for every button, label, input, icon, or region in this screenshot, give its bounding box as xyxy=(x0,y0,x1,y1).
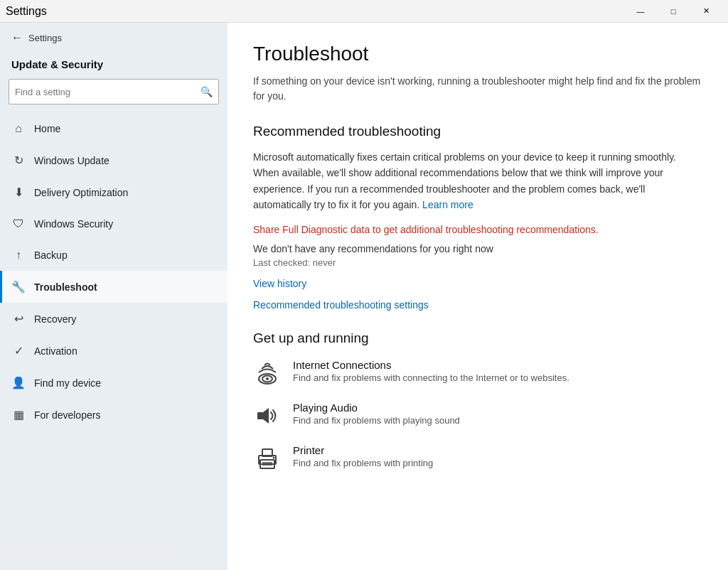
sidebar-item-label: Windows Update xyxy=(34,155,109,166)
last-checked-text: Last checked: never xyxy=(253,257,702,268)
sidebar-item-windows-update[interactable]: ↻ Windows Update xyxy=(0,144,228,176)
page-subtitle: If something on your device isn't workin… xyxy=(253,74,702,104)
internet-connections-name: Internet Connections xyxy=(293,359,569,371)
share-data-section: Share Full Diagnostic data to get additi… xyxy=(253,223,702,236)
playing-audio-desc: Find and fix problems with playing sound xyxy=(293,415,460,426)
sidebar-item-label: Windows Security xyxy=(34,218,113,230)
sidebar-item-label: Delivery Optimization xyxy=(34,187,128,198)
sidebar-item-home[interactable]: ⌂ Home xyxy=(0,113,228,144)
titlebar-title: Settings xyxy=(6,5,47,18)
playing-audio-info: Playing Audio Find and fix problems with… xyxy=(293,402,460,426)
sidebar-item-label: Recovery xyxy=(34,313,76,325)
sidebar-item-label: Find my device xyxy=(34,377,101,389)
sidebar-item-label: For developers xyxy=(34,409,100,421)
sidebar-item-troubleshoot[interactable]: 🔧 Troubleshoot xyxy=(0,271,228,303)
no-recommendations-text: We don't have any recommendations for yo… xyxy=(253,243,702,254)
printer-desc: Find and fix problems with printing xyxy=(293,458,433,468)
troubleshooter-item-audio[interactable]: Playing Audio Find and fix problems with… xyxy=(253,402,702,430)
find-device-icon: 👤 xyxy=(11,376,26,389)
internet-connections-info: Internet Connections Find and fix proble… xyxy=(293,359,569,383)
svg-rect-3 xyxy=(257,412,263,419)
sidebar-item-windows-security[interactable]: 🛡 Windows Security xyxy=(0,208,228,240)
sidebar: ← Settings Update & Security 🔍 ⌂ Home ↻ … xyxy=(0,23,228,570)
share-data-link[interactable]: Share Full Diagnostic data to get additi… xyxy=(253,224,599,235)
sidebar-item-find-my-device[interactable]: 👤 Find my device xyxy=(0,367,228,399)
search-icon: 🔍 xyxy=(200,86,213,97)
playing-audio-icon xyxy=(253,402,282,430)
sidebar-item-label: Backup xyxy=(34,249,68,261)
troubleshooter-item-internet[interactable]: Internet Connections Find and fix proble… xyxy=(253,359,702,387)
main-content: Troubleshoot If something on your device… xyxy=(228,23,728,570)
developers-icon: ▦ xyxy=(11,408,26,421)
app-container: ← Settings Update & Security 🔍 ⌂ Home ↻ … xyxy=(0,23,728,570)
sidebar-item-label: Activation xyxy=(34,345,77,357)
sidebar-item-label: Home xyxy=(34,123,60,134)
titlebar: Settings — □ ✕ xyxy=(0,0,728,23)
sidebar-item-backup[interactable]: ↑ Backup xyxy=(0,240,228,271)
svg-point-10 xyxy=(273,456,275,458)
sidebar-item-delivery-optimization[interactable]: ⬇ Delivery Optimization xyxy=(0,176,228,208)
titlebar-left: Settings xyxy=(6,5,47,18)
close-button[interactable]: ✕ xyxy=(690,0,722,23)
playing-audio-name: Playing Audio xyxy=(293,402,460,414)
search-input[interactable] xyxy=(15,87,200,97)
sidebar-back-button[interactable]: ← Settings xyxy=(0,23,228,53)
svg-marker-4 xyxy=(263,408,269,424)
get-running-heading: Get up and running xyxy=(253,330,702,346)
shield-icon: 🛡 xyxy=(11,217,26,230)
printer-icon xyxy=(253,444,282,473)
svg-point-2 xyxy=(266,377,269,380)
troubleshooter-item-printer[interactable]: Printer Find and fix problems with print… xyxy=(253,444,702,473)
back-arrow-icon: ← xyxy=(11,31,23,44)
backup-icon: ↑ xyxy=(11,249,26,262)
page-title: Troubleshoot xyxy=(253,43,702,65)
sidebar-item-recovery[interactable]: ↩ Recovery xyxy=(0,303,228,335)
delivery-icon: ⬇ xyxy=(11,185,26,199)
learn-more-link[interactable]: Learn more xyxy=(422,199,473,210)
update-icon: ↻ xyxy=(11,154,26,167)
troubleshoot-icon: 🔧 xyxy=(11,280,26,294)
printer-name: Printer xyxy=(293,444,433,456)
sidebar-item-for-developers[interactable]: ▦ For developers xyxy=(0,399,228,431)
home-icon: ⌂ xyxy=(11,122,26,135)
search-box[interactable]: 🔍 xyxy=(9,79,219,104)
sidebar-item-label: Troubleshoot xyxy=(34,281,97,293)
sidebar-back-label: Settings xyxy=(28,33,62,43)
internet-connections-icon xyxy=(253,359,282,387)
sidebar-nav: ⌂ Home ↻ Windows Update ⬇ Delivery Optim… xyxy=(0,113,228,431)
activation-icon: ✓ xyxy=(11,344,26,357)
internet-connections-desc: Find and fix problems with connecting to… xyxy=(293,372,569,383)
recommended-text: Microsoft automatically fixes certain cr… xyxy=(253,149,702,213)
printer-info: Printer Find and fix problems with print… xyxy=(293,444,433,468)
view-history-link[interactable]: View history xyxy=(253,278,702,289)
recommended-heading: Recommended troubleshooting xyxy=(253,124,702,139)
titlebar-controls: — □ ✕ xyxy=(624,0,722,23)
maximize-button[interactable]: □ xyxy=(657,0,690,23)
recovery-icon: ↩ xyxy=(11,312,26,326)
sidebar-section-title: Update & Security xyxy=(0,53,228,79)
minimize-button[interactable]: — xyxy=(624,0,657,23)
recommended-settings-link[interactable]: Recommended troubleshooting settings xyxy=(253,299,702,311)
sidebar-item-activation[interactable]: ✓ Activation xyxy=(0,335,228,367)
